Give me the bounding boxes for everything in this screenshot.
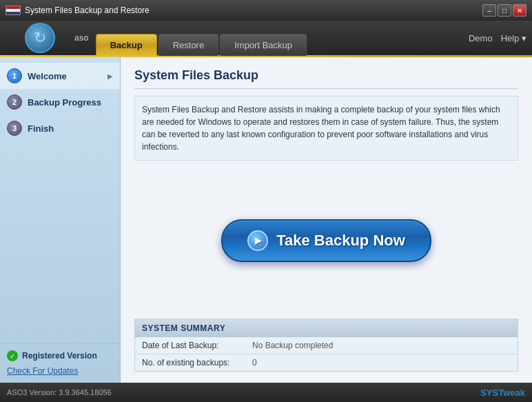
main-container: 1 Welcome ▶ 2 Backup Progress 3 Finish ✓… bbox=[0, 57, 532, 383]
check-updates-link[interactable]: Check For Updates bbox=[7, 366, 78, 376]
take-backup-label: Take Backup Now bbox=[276, 232, 405, 250]
window-controls: – □ ✕ bbox=[482, 4, 526, 17]
logo-area: ↻ bbox=[6, 23, 74, 53]
take-backup-button[interactable]: ▶ Take Backup Now bbox=[221, 219, 431, 262]
tab-backup[interactable]: Backup bbox=[96, 34, 157, 56]
tab-restore[interactable]: Restore bbox=[158, 34, 219, 56]
sidebar-label-finish: Finish bbox=[28, 123, 54, 134]
demo-link[interactable]: Demo bbox=[469, 33, 493, 43]
content-area: System Files Backup System Files Backup … bbox=[121, 57, 532, 383]
help-link[interactable]: Help ▾ bbox=[501, 33, 526, 43]
logo-arrow-icon: ↻ bbox=[34, 29, 46, 47]
logo-text: aso bbox=[74, 33, 89, 43]
sidebar-item-finish[interactable]: 3 Finish bbox=[0, 115, 120, 141]
version-text: ASO3 Version: 3.9.3645.18056 bbox=[7, 388, 112, 396]
check-circle-icon: ✓ bbox=[7, 350, 18, 361]
play-icon: ▶ bbox=[247, 230, 268, 251]
flag-icon bbox=[6, 6, 21, 15]
summary-value-0: No Backup completed bbox=[252, 341, 333, 350]
minimize-button[interactable]: – bbox=[482, 4, 496, 17]
tab-import-backup[interactable]: Import Backup bbox=[220, 34, 307, 56]
step-1-circle: 1 bbox=[7, 68, 22, 83]
content-description: System Files Backup and Restore assists … bbox=[134, 96, 518, 161]
content-title: System Files Backup bbox=[134, 68, 518, 89]
summary-value-1: 0 bbox=[252, 358, 257, 368]
sidebar-arrow-welcome: ▶ bbox=[108, 72, 113, 80]
step-2-circle: 2 bbox=[7, 94, 22, 110]
status-bar: ASO3 Version: 3.9.3645.18056 SYSTweak bbox=[0, 383, 532, 402]
tabs-area: Backup Restore Import Backup bbox=[96, 21, 307, 55]
menu-bar: ↻ aso Backup Restore Import Backup Demo … bbox=[0, 21, 532, 55]
close-button[interactable]: ✕ bbox=[513, 4, 526, 17]
title-bar-left: System Files Backup and Restore bbox=[6, 6, 150, 15]
logo-circle: ↻ bbox=[25, 23, 55, 53]
summary-header: SYSTEM SUMMARY bbox=[135, 319, 518, 337]
summary-label-0: Date of Last Backup: bbox=[142, 341, 252, 350]
step-3-circle: 3 bbox=[7, 121, 22, 136]
maximize-button[interactable]: □ bbox=[498, 4, 511, 17]
sidebar-item-welcome[interactable]: 1 Welcome ▶ bbox=[0, 63, 120, 89]
registered-label: Registered Version bbox=[22, 351, 97, 361]
summary-row-1: No. of existing backups: 0 bbox=[135, 354, 518, 371]
sidebar-spacer bbox=[0, 141, 120, 343]
summary-label-1: No. of existing backups: bbox=[142, 358, 252, 368]
registered-row: ✓ Registered Version bbox=[7, 350, 113, 361]
app-logo-icon: ↻ bbox=[22, 23, 58, 53]
sidebar-bottom: ✓ Registered Version Check For Updates bbox=[0, 343, 120, 383]
summary-row-0: Date of Last Backup: No Backup completed bbox=[135, 337, 518, 354]
menu-right: Demo Help ▾ bbox=[469, 33, 526, 43]
sidebar-item-backup-progress[interactable]: 2 Backup Progress bbox=[0, 89, 120, 115]
sidebar: 1 Welcome ▶ 2 Backup Progress 3 Finish ✓… bbox=[0, 57, 121, 383]
title-bar: System Files Backup and Restore – □ ✕ bbox=[0, 0, 532, 21]
sidebar-label-welcome: Welcome bbox=[28, 71, 67, 81]
system-summary: SYSTEM SUMMARY Date of Last Backup: No B… bbox=[134, 319, 518, 372]
systweak-logo: SYSTweak bbox=[480, 388, 525, 398]
sidebar-label-backup-progress: Backup Progress bbox=[28, 97, 101, 108]
backup-button-area: ▶ Take Backup Now bbox=[134, 168, 518, 313]
window-title: System Files Backup and Restore bbox=[25, 6, 150, 15]
